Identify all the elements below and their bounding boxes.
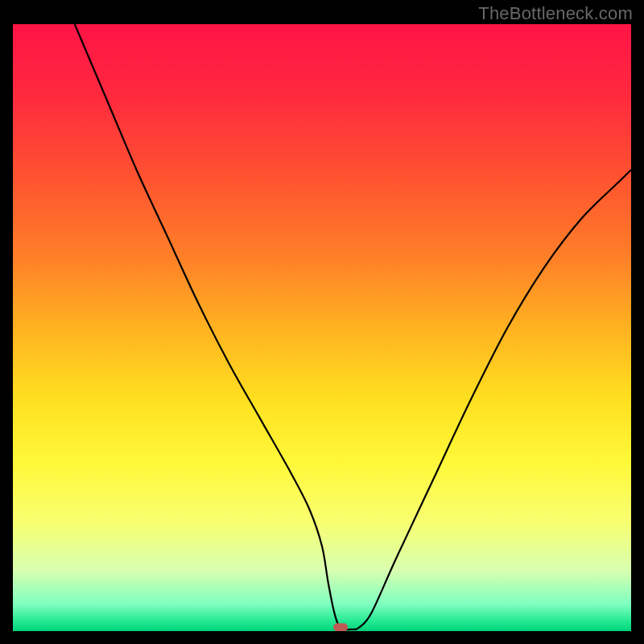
watermark-text: TheBottleneck.com [478,3,633,24]
marker-point [333,623,348,631]
chart-container: TheBottleneck.com [0,0,644,644]
plot-area [13,24,631,631]
gradient-background [13,24,631,631]
chart-svg [13,24,631,631]
